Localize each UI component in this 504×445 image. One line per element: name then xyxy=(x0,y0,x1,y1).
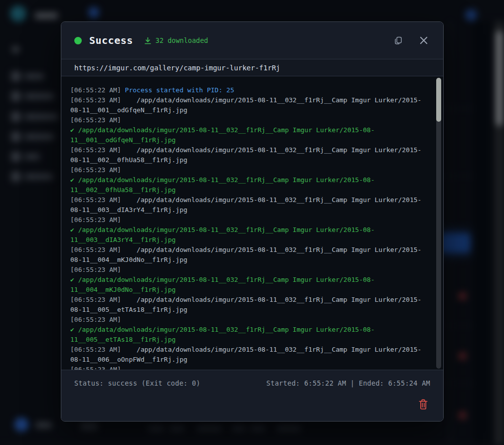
log-line: [06:55:23 AM] xyxy=(70,115,426,125)
log-line: [06:55:23 AM] xyxy=(70,265,426,275)
success-status-icon xyxy=(74,37,82,44)
log-line: [06:55:23 AM] /app/data/downloads/imgur/… xyxy=(70,345,426,365)
log-line: [06:55:22 AM] Process started with PID: … xyxy=(70,85,426,95)
close-modal-button[interactable] xyxy=(417,34,430,47)
delete-log-button[interactable] xyxy=(417,398,429,412)
log-line: ✔ /app/data/downloads/imgur/2015-08-11__… xyxy=(70,125,426,145)
status-label: Status: success (Exit code: 0) xyxy=(74,379,200,387)
modal-footer: Status: success (Exit code: 0) Started: … xyxy=(61,370,443,421)
gallery-url: https://imgur.com/gallery/camp-imgur-lur… xyxy=(74,64,280,72)
log-scrollbar-thumb[interactable] xyxy=(436,78,441,122)
log-scrollbar-track[interactable] xyxy=(436,78,441,369)
gallery-url-bar: https://imgur.com/gallery/camp-imgur-lur… xyxy=(61,59,443,76)
log-line: ✔ /app/data/downloads/imgur/2015-08-11__… xyxy=(70,275,426,295)
modal-header: Success 32 downloaded xyxy=(61,22,443,59)
modal-title: Success xyxy=(89,34,133,46)
log-line: [06:55:23 AM] /app/data/downloads/imgur/… xyxy=(70,245,426,265)
log-line: [06:55:23 AM] /app/data/downloads/imgur/… xyxy=(70,295,426,315)
log-line: [06:55:23 AM] /app/data/downloads/imgur/… xyxy=(70,95,426,115)
log-line: [06:55:23 AM] xyxy=(70,315,426,325)
trash-icon xyxy=(418,399,428,410)
downloaded-badge: 32 downloaded xyxy=(144,36,208,44)
log-line: ✔ /app/data/downloads/imgur/2015-08-11__… xyxy=(70,325,426,345)
copy-icon xyxy=(393,35,403,45)
log-line: ✔ /app/data/downloads/imgur/2015-08-11__… xyxy=(70,225,426,245)
downloaded-count-label: 32 downloaded xyxy=(156,36,208,44)
log-line: [06:55:23 AM] /app/data/downloads/imgur/… xyxy=(70,145,426,165)
start-end-times: Started: 6:55:22 AM | Ended: 6:55:24 AM xyxy=(266,379,430,387)
log-line: [06:55:23 AM] /app/data/downloads/imgur/… xyxy=(70,195,426,215)
log-line: [06:55:23 AM] xyxy=(70,215,426,225)
close-icon xyxy=(419,36,428,45)
process-output-modal: Success 32 downloaded xyxy=(61,21,444,422)
log-line: [06:55:23 AM] xyxy=(70,365,426,370)
copy-output-button[interactable] xyxy=(391,33,405,47)
log-line: ✔ /app/data/downloads/imgur/2015-08-11__… xyxy=(70,175,426,195)
log-line: [06:55:23 AM] xyxy=(70,165,426,175)
log-output[interactable]: [06:55:22 AM] Process started with PID: … xyxy=(61,76,443,370)
download-icon xyxy=(144,37,152,44)
